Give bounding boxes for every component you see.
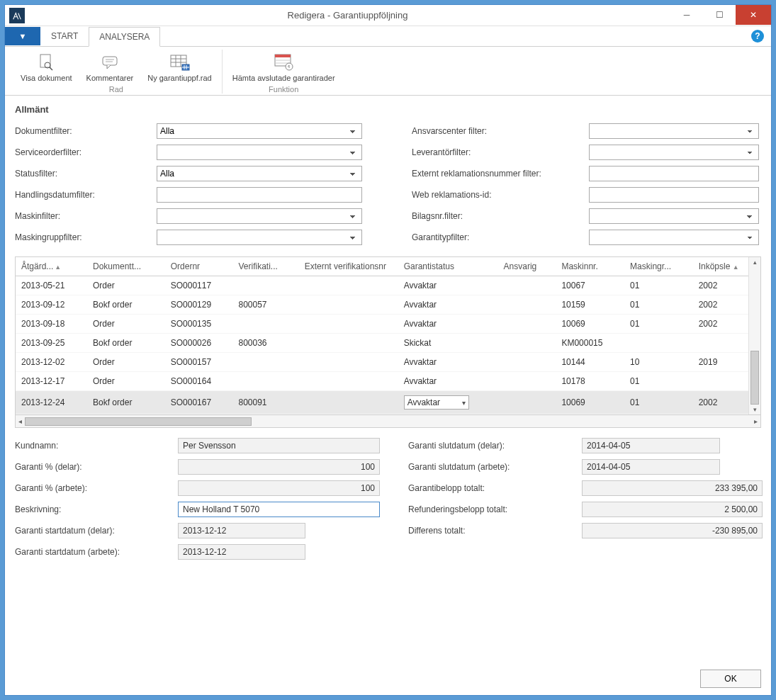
ribbon-group-funktion: Hämta avslutade garantirader Funktion [223, 50, 345, 94]
new-row-icon [168, 51, 191, 74]
table-row[interactable]: 2013-09-25Bokf orderSO000026800036Skicka… [16, 334, 760, 353]
garantityp-select[interactable] [589, 230, 759, 245]
table-row[interactable]: 2013-09-18OrderSO000135Avvaktar100690120… [16, 315, 760, 334]
filter-grid: Dokumentfilter: Alla Ansvarscenter filte… [15, 123, 761, 245]
titlebar: Redigera - Garantiuppföljning ─ ☐ ✕ [5, 5, 771, 26]
table-cell [233, 276, 299, 295]
scroll-down-icon: ▾ [753, 406, 757, 413]
webrekl-input[interactable] [589, 187, 759, 203]
statusfilter-label: Statusfilter: [15, 169, 157, 179]
vertical-scrollbar[interactable]: ▴ ▾ [748, 257, 760, 414]
maximize-button[interactable]: ☐ [703, 5, 736, 25]
maskingrupp-select[interactable] [157, 230, 362, 245]
table-cell [498, 276, 556, 295]
ansvarscenter-label: Ansvarscenter filter: [412, 126, 589, 136]
beskrivning-value[interactable]: New Holland T 5070 [178, 502, 380, 517]
close-button[interactable]: ✕ [736, 5, 771, 25]
table-cell: Order [87, 276, 165, 295]
comment-icon [99, 51, 121, 74]
table-cell: 01 [624, 295, 693, 315]
table-cell: 01 [624, 276, 693, 295]
table-row[interactable]: 2013-12-17OrderSO000164Avvaktar1017801 [16, 372, 760, 391]
table-cell: 2013-12-17 [16, 372, 87, 391]
table-row[interactable]: 2013-09-12Bokf orderSO000129800057Avvakt… [16, 295, 760, 315]
table-cell [498, 353, 556, 372]
table-cell: Order [87, 353, 165, 372]
table-row[interactable]: 2013-05-21OrderSO000117Avvaktar100670120… [16, 276, 760, 295]
col-garantistatus[interactable]: Garantistatus [398, 257, 498, 276]
garantistatus-select[interactable]: Avvaktar [404, 395, 469, 410]
table-row[interactable]: 2013-12-02OrderSO000157Avvaktar101441020… [16, 353, 760, 372]
scroll-thumb[interactable] [25, 417, 252, 426]
gstart-arbete-label: Garanti startdatum (arbete): [15, 547, 178, 557]
maskingrupp-label: Maskingruppfilter: [15, 232, 157, 242]
visa-dokument-button[interactable]: Visa dokument [18, 50, 75, 84]
table-header-row: Åtgärd...▲ Dokumentt... Ordernr Verifika… [16, 257, 760, 276]
kundnamn-value: Per Svensson [178, 438, 380, 453]
svg-rect-16 [275, 55, 291, 57]
col-verifikation[interactable]: Verifikati... [233, 257, 299, 276]
help-icon[interactable]: ? [751, 30, 764, 43]
garanti-pct-delar-value: 100 [178, 459, 380, 475]
ny-garantiuppf-rad-button[interactable]: Ny garantiuppf.rad [145, 50, 215, 84]
ok-button[interactable]: OK [700, 670, 761, 688]
scroll-thumb[interactable] [750, 351, 759, 405]
refund-label: Refunderingsbelopp totalt: [408, 504, 582, 514]
table-cell: Bokf order [87, 391, 165, 414]
garantibelopp-label: Garantibelopp totalt: [408, 483, 582, 493]
table-cell: SO000129 [165, 295, 233, 315]
file-tab[interactable]: ▼ [5, 27, 40, 45]
ribbon-body: Visa dokument Kommentarer Ny garantiuppf… [5, 47, 771, 96]
footer: OK [5, 662, 771, 695]
maskinfilter-select[interactable] [157, 208, 362, 224]
ribbon-label: Ny garantiuppf.rad [147, 74, 212, 82]
table-row[interactable]: 2013-12-24Bokf orderSO000167800091Avvakt… [16, 391, 760, 414]
ansvarscenter-select[interactable] [589, 123, 759, 139]
sort-asc-icon: ▲ [55, 264, 61, 271]
detail-grid: Kundnamn: Per Svensson Garanti slutdatum… [15, 438, 761, 560]
table-cell: 2013-09-12 [16, 295, 87, 315]
ribbon-label: Kommentarer [86, 74, 134, 82]
window-controls: ─ ☐ ✕ [670, 5, 771, 26]
col-ansvarig[interactable]: Ansvarig [498, 257, 556, 276]
serviceorderfilter-select[interactable] [157, 145, 362, 160]
col-extverif[interactable]: Externt verifikationsnr [299, 257, 398, 276]
gstart-delar-value: 2013-12-12 [178, 523, 305, 538]
col-ordernr[interactable]: Ordernr [165, 257, 233, 276]
col-dokumenttyp[interactable]: Dokumentt... [87, 257, 165, 276]
svg-line-2 [50, 67, 52, 70]
horizontal-scrollbar[interactable]: ◂ ▸ [16, 414, 760, 427]
scroll-up-icon: ▴ [753, 259, 757, 266]
gstart-delar-label: Garanti startdatum (delar): [15, 526, 178, 536]
maskinfilter-label: Maskinfilter: [15, 211, 157, 221]
table-cell: 01 [624, 315, 693, 334]
table-cell [233, 372, 299, 391]
ribbon-label: Hämta avslutade garantirader [232, 74, 335, 82]
table-cell: 10 [624, 353, 693, 372]
data-table: Åtgärd...▲ Dokumentt... Ordernr Verifika… [16, 257, 760, 414]
leverantor-select[interactable] [589, 145, 759, 160]
data-table-wrap: Åtgärd...▲ Dokumentt... Ordernr Verifika… [15, 256, 761, 428]
tab-analysera[interactable]: ANALYSERA [89, 27, 160, 47]
col-maskinnr[interactable]: Maskinnr. [556, 257, 624, 276]
table-cell [299, 372, 398, 391]
ribbon-group-rad: Visa dokument Kommentarer Ny garantiuppf… [11, 50, 223, 94]
table-cell: 2013-09-25 [16, 334, 87, 353]
dokumentfilter-select[interactable]: Alla [157, 123, 362, 139]
table-cell: Avvaktar [398, 295, 498, 315]
bilagsnr-select[interactable] [589, 208, 759, 224]
hamta-avslutade-button[interactable]: Hämta avslutade garantirader [230, 50, 338, 84]
minimize-button[interactable]: ─ [670, 5, 703, 25]
statusfilter-select[interactable]: Alla [157, 166, 362, 181]
tab-start[interactable]: START [40, 26, 89, 46]
refund-value: 2 500,00 [582, 502, 763, 517]
col-atgard[interactable]: Åtgärd...▲ [16, 257, 87, 276]
col-maskingr[interactable]: Maskingr... [624, 257, 693, 276]
table-cell [498, 334, 556, 353]
handlingsdatum-input[interactable] [157, 187, 362, 203]
table-cell: SO000164 [165, 372, 233, 391]
kommentarer-button[interactable]: Kommentarer [84, 50, 137, 84]
kundnamn-label: Kundnamn: [15, 441, 178, 451]
window-title: Redigera - Garantiuppföljning [25, 10, 670, 21]
externtrekl-input[interactable] [589, 166, 759, 181]
